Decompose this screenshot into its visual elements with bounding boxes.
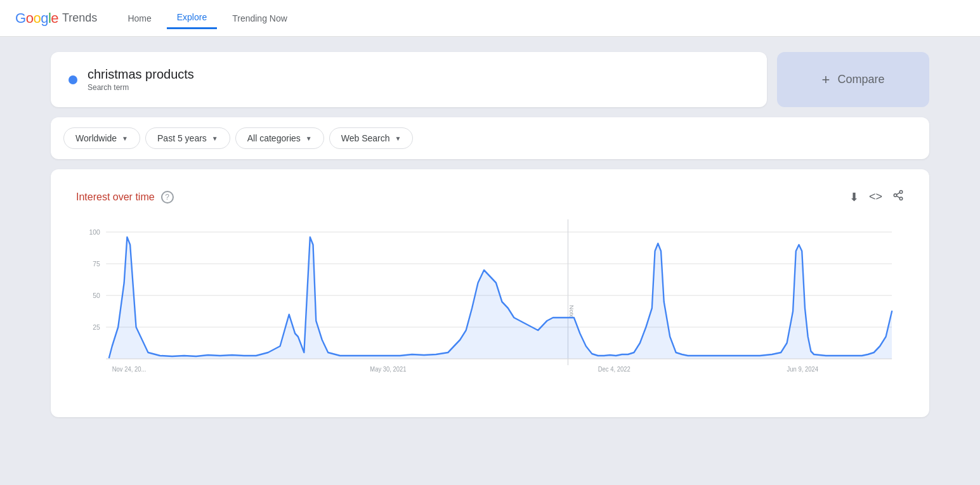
svg-text:Jun 9, 2024: Jun 9, 2024 <box>787 366 819 373</box>
svg-line-4 <box>896 193 899 195</box>
nav-trending[interactable]: Trending Now <box>222 8 297 29</box>
main-nav: Home Explore Trending Now <box>117 7 297 29</box>
filter-time[interactable]: Past 5 years ▼ <box>145 127 230 149</box>
filter-time-label: Past 5 years <box>157 133 207 143</box>
svg-text:Note: Note <box>568 305 575 318</box>
compare-box[interactable]: + Compare <box>777 52 929 107</box>
filter-search-type-arrow: ▼ <box>395 135 401 142</box>
chart-area: 100 75 50 25 Note Nov 24, 20... May 30, … <box>76 219 904 397</box>
chart-actions: ⬇ <> <box>849 190 904 204</box>
interest-chart: 100 75 50 25 Note Nov 24, 20... May 30, … <box>76 219 904 397</box>
chart-header: Interest over time ? ⬇ <> <box>76 190 904 204</box>
filter-location[interactable]: Worldwide ▼ <box>63 127 140 149</box>
svg-text:100: 100 <box>89 228 100 236</box>
help-icon[interactable]: ? <box>161 191 174 204</box>
search-term-type: Search term <box>88 83 194 92</box>
svg-line-3 <box>896 196 899 198</box>
svg-text:Dec 4, 2022: Dec 4, 2022 <box>598 366 630 373</box>
filter-location-label: Worldwide <box>75 133 117 143</box>
trends-label: Trends <box>62 11 97 25</box>
search-term-info: christmas products Search term <box>88 67 194 92</box>
filter-time-arrow: ▼ <box>212 135 218 142</box>
chart-title: Interest over time <box>76 191 155 203</box>
filter-search-type-label: Web Search <box>341 133 390 143</box>
chart-title-area: Interest over time ? <box>76 191 174 204</box>
google-logo: Google <box>15 10 58 27</box>
svg-text:75: 75 <box>93 260 100 268</box>
svg-text:50: 50 <box>93 292 100 299</box>
nav-home[interactable]: Home <box>117 8 161 29</box>
logo-area: Google Trends <box>15 10 97 27</box>
search-term-text[interactable]: christmas products <box>88 67 194 82</box>
svg-text:25: 25 <box>93 323 100 331</box>
search-term-dot <box>69 75 77 84</box>
main-content: christmas products Search term + Compare… <box>0 37 980 432</box>
svg-text:Nov 24, 20...: Nov 24, 20... <box>112 366 147 373</box>
filter-location-arrow: ▼ <box>122 135 128 142</box>
filter-row: Worldwide ▼ Past 5 years ▼ All categorie… <box>51 117 929 159</box>
compare-plus-icon: + <box>822 72 830 88</box>
chart-container: Interest over time ? ⬇ <> <box>51 169 929 417</box>
compare-label: Compare <box>837 73 884 86</box>
nav-explore[interactable]: Explore <box>167 7 217 29</box>
embed-icon[interactable]: <> <box>869 190 882 204</box>
filter-category-arrow: ▼ <box>306 135 312 142</box>
filter-category[interactable]: All categories ▼ <box>235 127 324 149</box>
search-box: christmas products Search term <box>51 52 767 107</box>
search-compare-row: christmas products Search term + Compare <box>51 52 929 107</box>
header: Google Trends Home Explore Trending Now <box>0 0 980 37</box>
filter-search-type[interactable]: Web Search ▼ <box>329 127 414 149</box>
download-icon[interactable]: ⬇ <box>849 190 859 204</box>
svg-text:May 30, 2021: May 30, 2021 <box>370 366 406 373</box>
filter-category-label: All categories <box>247 133 301 143</box>
share-icon[interactable] <box>892 190 904 204</box>
